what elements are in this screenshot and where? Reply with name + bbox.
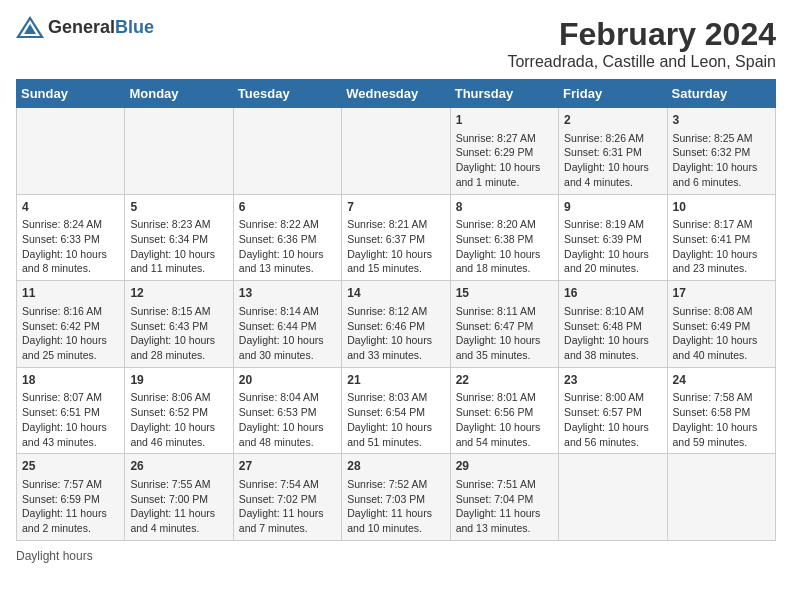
calendar-cell: 9Sunrise: 8:19 AM Sunset: 6:39 PM Daylig…: [559, 194, 667, 281]
day-number: 14: [347, 285, 444, 302]
calendar-cell: 20Sunrise: 8:04 AM Sunset: 6:53 PM Dayli…: [233, 367, 341, 454]
calendar-day-header: Wednesday: [342, 80, 450, 108]
calendar-cell: 27Sunrise: 7:54 AM Sunset: 7:02 PM Dayli…: [233, 454, 341, 541]
calendar-cell: [17, 108, 125, 195]
calendar-cell: 17Sunrise: 8:08 AM Sunset: 6:49 PM Dayli…: [667, 281, 775, 368]
calendar-header-row: SundayMondayTuesdayWednesdayThursdayFrid…: [17, 80, 776, 108]
calendar-cell: [342, 108, 450, 195]
day-info: Sunrise: 8:26 AM Sunset: 6:31 PM Dayligh…: [564, 131, 661, 190]
day-info: Sunrise: 8:23 AM Sunset: 6:34 PM Dayligh…: [130, 217, 227, 276]
day-info: Sunrise: 8:01 AM Sunset: 6:56 PM Dayligh…: [456, 390, 553, 449]
calendar-cell: 16Sunrise: 8:10 AM Sunset: 6:48 PM Dayli…: [559, 281, 667, 368]
calendar-cell: [233, 108, 341, 195]
calendar-cell: 8Sunrise: 8:20 AM Sunset: 6:38 PM Daylig…: [450, 194, 558, 281]
day-info: Sunrise: 8:17 AM Sunset: 6:41 PM Dayligh…: [673, 217, 770, 276]
day-info: Sunrise: 8:00 AM Sunset: 6:57 PM Dayligh…: [564, 390, 661, 449]
calendar-day-header: Sunday: [17, 80, 125, 108]
calendar-cell: 3Sunrise: 8:25 AM Sunset: 6:32 PM Daylig…: [667, 108, 775, 195]
calendar-cell: 15Sunrise: 8:11 AM Sunset: 6:47 PM Dayli…: [450, 281, 558, 368]
calendar-cell: 7Sunrise: 8:21 AM Sunset: 6:37 PM Daylig…: [342, 194, 450, 281]
day-info: Sunrise: 7:52 AM Sunset: 7:03 PM Dayligh…: [347, 477, 444, 536]
daylight-label: Daylight hours: [16, 549, 93, 563]
day-info: Sunrise: 8:10 AM Sunset: 6:48 PM Dayligh…: [564, 304, 661, 363]
day-info: Sunrise: 7:54 AM Sunset: 7:02 PM Dayligh…: [239, 477, 336, 536]
logo: GeneralBlue: [16, 16, 154, 38]
day-info: Sunrise: 8:25 AM Sunset: 6:32 PM Dayligh…: [673, 131, 770, 190]
logo-text-blue: Blue: [115, 17, 154, 37]
calendar-cell: 12Sunrise: 8:15 AM Sunset: 6:43 PM Dayli…: [125, 281, 233, 368]
calendar-week-row: 11Sunrise: 8:16 AM Sunset: 6:42 PM Dayli…: [17, 281, 776, 368]
calendar-week-row: 18Sunrise: 8:07 AM Sunset: 6:51 PM Dayli…: [17, 367, 776, 454]
calendar-cell: [125, 108, 233, 195]
calendar-cell: 18Sunrise: 8:07 AM Sunset: 6:51 PM Dayli…: [17, 367, 125, 454]
calendar-cell: 25Sunrise: 7:57 AM Sunset: 6:59 PM Dayli…: [17, 454, 125, 541]
calendar-week-row: 1Sunrise: 8:27 AM Sunset: 6:29 PM Daylig…: [17, 108, 776, 195]
day-info: Sunrise: 7:55 AM Sunset: 7:00 PM Dayligh…: [130, 477, 227, 536]
day-number: 4: [22, 199, 119, 216]
day-number: 6: [239, 199, 336, 216]
logo-icon: [16, 16, 44, 38]
day-info: Sunrise: 8:04 AM Sunset: 6:53 PM Dayligh…: [239, 390, 336, 449]
day-number: 1: [456, 112, 553, 129]
day-info: Sunrise: 7:57 AM Sunset: 6:59 PM Dayligh…: [22, 477, 119, 536]
day-info: Sunrise: 8:06 AM Sunset: 6:52 PM Dayligh…: [130, 390, 227, 449]
day-number: 9: [564, 199, 661, 216]
day-info: Sunrise: 8:20 AM Sunset: 6:38 PM Dayligh…: [456, 217, 553, 276]
calendar-cell: [667, 454, 775, 541]
day-info: Sunrise: 8:07 AM Sunset: 6:51 PM Dayligh…: [22, 390, 119, 449]
calendar-week-row: 25Sunrise: 7:57 AM Sunset: 6:59 PM Dayli…: [17, 454, 776, 541]
calendar-cell: 24Sunrise: 7:58 AM Sunset: 6:58 PM Dayli…: [667, 367, 775, 454]
day-number: 2: [564, 112, 661, 129]
day-number: 17: [673, 285, 770, 302]
day-number: 22: [456, 372, 553, 389]
day-info: Sunrise: 8:12 AM Sunset: 6:46 PM Dayligh…: [347, 304, 444, 363]
day-number: 3: [673, 112, 770, 129]
day-number: 18: [22, 372, 119, 389]
calendar-day-header: Thursday: [450, 80, 558, 108]
logo-text-general: General: [48, 17, 115, 37]
calendar-cell: [559, 454, 667, 541]
subtitle: Torreadrada, Castille and Leon, Spain: [507, 53, 776, 71]
calendar-cell: 13Sunrise: 8:14 AM Sunset: 6:44 PM Dayli…: [233, 281, 341, 368]
calendar-day-header: Saturday: [667, 80, 775, 108]
calendar-cell: 23Sunrise: 8:00 AM Sunset: 6:57 PM Dayli…: [559, 367, 667, 454]
calendar-cell: 19Sunrise: 8:06 AM Sunset: 6:52 PM Dayli…: [125, 367, 233, 454]
day-number: 11: [22, 285, 119, 302]
title-area: February 2024 Torreadrada, Castille and …: [507, 16, 776, 71]
calendar-day-header: Tuesday: [233, 80, 341, 108]
day-info: Sunrise: 8:08 AM Sunset: 6:49 PM Dayligh…: [673, 304, 770, 363]
day-number: 24: [673, 372, 770, 389]
calendar-cell: 5Sunrise: 8:23 AM Sunset: 6:34 PM Daylig…: [125, 194, 233, 281]
day-number: 20: [239, 372, 336, 389]
footer: Daylight hours: [16, 549, 776, 563]
calendar-cell: 6Sunrise: 8:22 AM Sunset: 6:36 PM Daylig…: [233, 194, 341, 281]
day-number: 16: [564, 285, 661, 302]
day-info: Sunrise: 7:58 AM Sunset: 6:58 PM Dayligh…: [673, 390, 770, 449]
page-header: GeneralBlue February 2024 Torreadrada, C…: [16, 16, 776, 71]
calendar-cell: 4Sunrise: 8:24 AM Sunset: 6:33 PM Daylig…: [17, 194, 125, 281]
day-number: 5: [130, 199, 227, 216]
day-number: 27: [239, 458, 336, 475]
calendar-cell: 11Sunrise: 8:16 AM Sunset: 6:42 PM Dayli…: [17, 281, 125, 368]
day-number: 21: [347, 372, 444, 389]
day-info: Sunrise: 8:27 AM Sunset: 6:29 PM Dayligh…: [456, 131, 553, 190]
day-info: Sunrise: 8:19 AM Sunset: 6:39 PM Dayligh…: [564, 217, 661, 276]
day-number: 26: [130, 458, 227, 475]
day-info: Sunrise: 8:11 AM Sunset: 6:47 PM Dayligh…: [456, 304, 553, 363]
calendar-cell: 21Sunrise: 8:03 AM Sunset: 6:54 PM Dayli…: [342, 367, 450, 454]
day-info: Sunrise: 8:15 AM Sunset: 6:43 PM Dayligh…: [130, 304, 227, 363]
day-info: Sunrise: 7:51 AM Sunset: 7:04 PM Dayligh…: [456, 477, 553, 536]
day-info: Sunrise: 8:24 AM Sunset: 6:33 PM Dayligh…: [22, 217, 119, 276]
day-number: 10: [673, 199, 770, 216]
calendar-week-row: 4Sunrise: 8:24 AM Sunset: 6:33 PM Daylig…: [17, 194, 776, 281]
day-number: 15: [456, 285, 553, 302]
calendar-cell: 29Sunrise: 7:51 AM Sunset: 7:04 PM Dayli…: [450, 454, 558, 541]
calendar-cell: 14Sunrise: 8:12 AM Sunset: 6:46 PM Dayli…: [342, 281, 450, 368]
calendar-body: 1Sunrise: 8:27 AM Sunset: 6:29 PM Daylig…: [17, 108, 776, 541]
calendar-cell: 26Sunrise: 7:55 AM Sunset: 7:00 PM Dayli…: [125, 454, 233, 541]
calendar-cell: 22Sunrise: 8:01 AM Sunset: 6:56 PM Dayli…: [450, 367, 558, 454]
day-info: Sunrise: 8:16 AM Sunset: 6:42 PM Dayligh…: [22, 304, 119, 363]
calendar-cell: 28Sunrise: 7:52 AM Sunset: 7:03 PM Dayli…: [342, 454, 450, 541]
calendar-day-header: Monday: [125, 80, 233, 108]
day-number: 25: [22, 458, 119, 475]
